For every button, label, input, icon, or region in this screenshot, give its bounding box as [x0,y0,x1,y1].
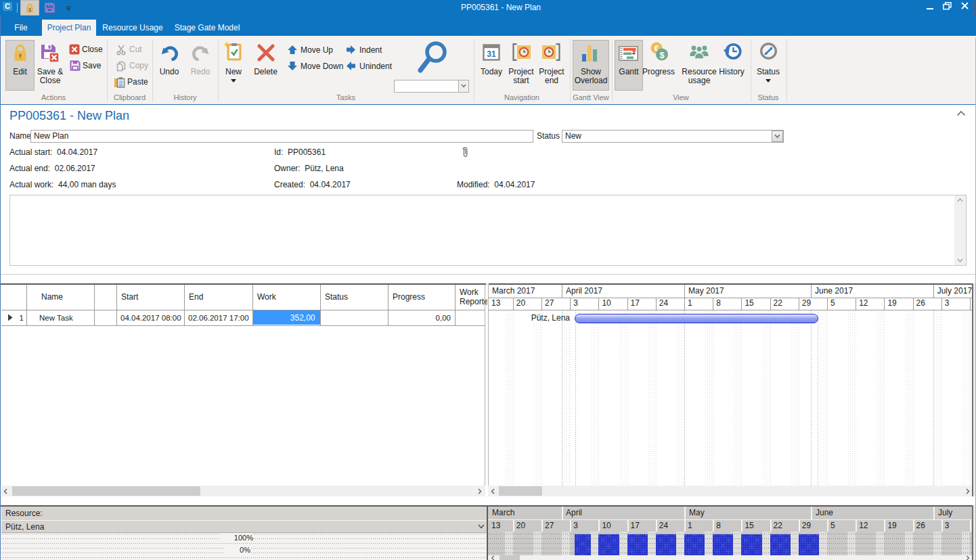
svg-text:1: 1 [28,7,31,12]
svg-text:$: $ [659,50,665,60]
svg-text:31: 31 [487,49,496,59]
